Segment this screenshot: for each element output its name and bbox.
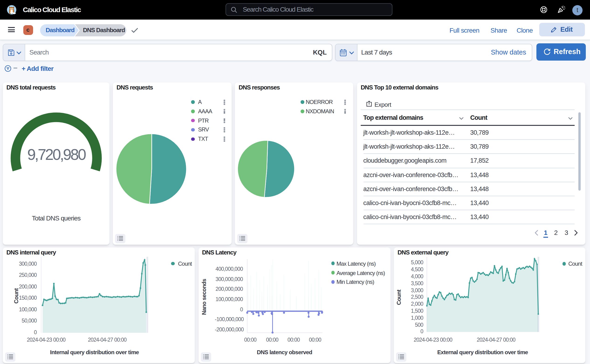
svg-text:9,720,980: 9,720,980 [27, 146, 86, 163]
svg-text:Total DNS queries: Total DNS queries [32, 215, 80, 222]
